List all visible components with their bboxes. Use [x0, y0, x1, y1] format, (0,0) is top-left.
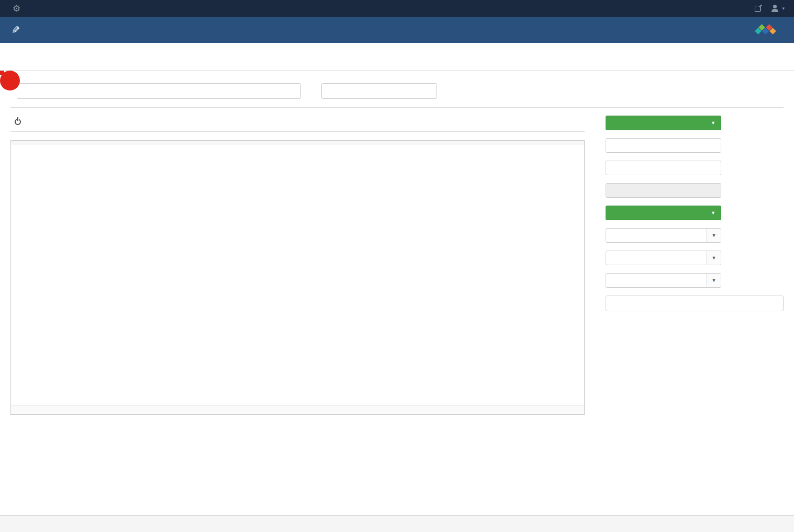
toggle-editor-button[interactable] — [15, 119, 21, 127]
redirect-url-input[interactable] — [606, 138, 721, 153]
alias-input[interactable] — [321, 83, 437, 99]
status-footer — [0, 515, 794, 532]
action-toolbar — [0, 43, 794, 71]
access-select[interactable]: ▼ — [606, 251, 721, 265]
editor-head — [10, 116, 585, 132]
page: ⚙ ▾ ✎ — [0, 0, 794, 532]
language-select[interactable]: ▼ — [606, 273, 721, 288]
top-navbar: ⚙ ▾ — [0, 0, 794, 17]
user-icon — [771, 5, 779, 12]
title-input[interactable] — [17, 83, 301, 99]
chevron-down-icon: ▾ — [782, 6, 785, 11]
joomla-logo-icon: ⚙ — [13, 3, 20, 14]
chevron-down-icon: ▼ — [707, 229, 721, 242]
external-link-icon — [755, 6, 761, 12]
chevron-down-icon: ▼ — [707, 251, 721, 265]
settings-sidebar: ▼ ▼ ▼ — [606, 108, 784, 311]
max-responses-input[interactable] — [606, 161, 721, 175]
title-row — [10, 83, 784, 99]
language-value — [606, 274, 707, 287]
page-header: ✎ — [0, 17, 794, 43]
private-survey-select[interactable]: ▼ — [606, 116, 721, 130]
survey-key-input — [606, 183, 721, 198]
editor-content[interactable] — [11, 144, 584, 405]
user-menu[interactable]: ▾ — [771, 5, 785, 12]
access-value — [606, 251, 707, 265]
category-select[interactable]: ▼ — [606, 228, 721, 243]
main-content: ▼ ▼ ▼ — [0, 71, 794, 415]
editor-column — [10, 108, 585, 415]
estudio-mx-logo-mark — [756, 24, 777, 36]
edit-pencil-icon: ✎ — [12, 24, 20, 36]
site-preview-link[interactable] — [751, 6, 761, 12]
navbar-right: ▾ — [751, 5, 785, 12]
tags-input[interactable] — [606, 296, 784, 311]
estudio-mx-logo — [756, 24, 782, 36]
power-icon — [15, 119, 21, 125]
chevron-down-icon: ▼ — [711, 120, 715, 126]
editor-toolbar — [11, 141, 584, 144]
editor-statusbar — [11, 405, 584, 414]
status-select[interactable]: ▼ — [606, 206, 721, 220]
rich-text-editor — [10, 140, 585, 415]
chevron-down-icon: ▼ — [707, 274, 721, 287]
category-value — [606, 229, 707, 242]
chevron-down-icon: ▼ — [711, 210, 715, 216]
